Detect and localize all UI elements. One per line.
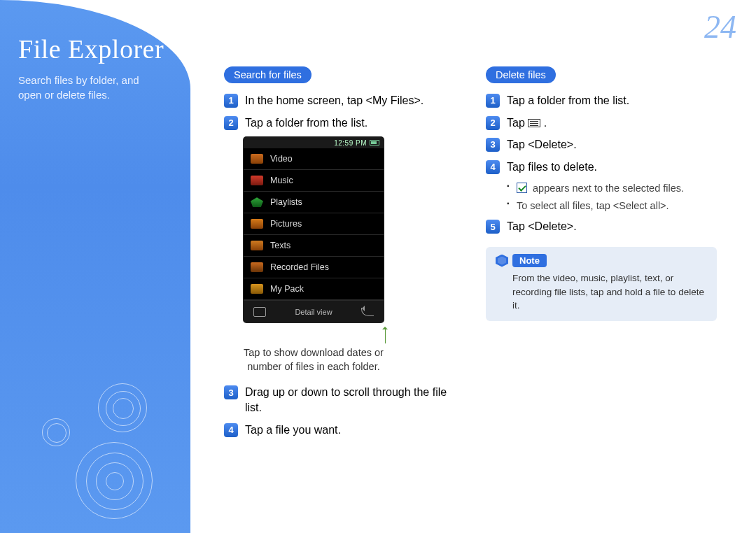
step-text: Tap a folder from the list.	[245, 115, 368, 131]
screenshot-caption: Tap to show download dates or number of …	[237, 346, 391, 374]
detail-view-button[interactable]: Detail view	[295, 308, 332, 316]
note-box: Note From the video, music, playlist, te…	[486, 247, 717, 321]
list-item[interactable]: Texts	[244, 235, 384, 257]
step-number-icon: 1	[224, 94, 238, 108]
menu-icon[interactable]	[253, 307, 266, 317]
note-text: From the video, music, playlist, text, o…	[496, 271, 707, 313]
folder-label: Video	[270, 154, 293, 164]
step-number-icon: 2	[486, 116, 500, 130]
step-number-icon: 3	[486, 138, 500, 152]
step-number-icon: 4	[486, 160, 500, 174]
note-label: Note	[512, 254, 547, 267]
folder-label: Playlists	[270, 197, 302, 207]
folder-icon	[251, 241, 263, 250]
battery-icon	[370, 140, 379, 145]
search-for-files-section: Search for files 1 In the home screen, t…	[224, 66, 462, 526]
step-1: 1 Tap a folder from the list.	[486, 93, 724, 108]
bullet: To select all files, tap <Select all>.	[507, 199, 724, 213]
folder-icon	[251, 284, 263, 294]
step-text: Tap <Delete>.	[507, 137, 577, 152]
step-text: Tap .	[507, 115, 547, 131]
text: appears next to the selected files.	[530, 183, 684, 194]
list-item[interactable]: Playlists	[244, 192, 384, 213]
step-4: 4 Tap files to delete.	[486, 159, 724, 175]
folder-label: My Pack	[270, 284, 304, 294]
folder-label: Recorded Files	[270, 262, 329, 272]
step-1: 1 In the home screen, tap <My Files>.	[224, 93, 462, 108]
decoration-circle	[98, 383, 147, 432]
decoration-circle	[76, 442, 153, 519]
step-text: Drag up or down to scroll through the fi…	[245, 385, 462, 415]
folder-icon	[251, 262, 263, 272]
folder-icon	[251, 219, 263, 229]
list-item[interactable]: My Pack	[244, 278, 384, 300]
step-number-icon: 3	[224, 385, 238, 399]
home-screen-link[interactable]: home screen	[276, 94, 341, 106]
status-time: 12:59 PM	[334, 139, 367, 147]
note-header: Note	[496, 254, 707, 267]
callout-arrow	[308, 324, 462, 343]
folder-icon	[251, 176, 263, 185]
step-3: 3 Drag up or down to scroll through the …	[224, 385, 462, 415]
list-item[interactable]: Pictures	[244, 213, 384, 235]
folder-icon	[251, 197, 263, 207]
folder-icon	[251, 154, 263, 164]
step-5: 5 Tap <Delete>.	[486, 219, 724, 234]
text: Tap	[507, 117, 528, 129]
sub-bullets: appears next to the selected files. To s…	[507, 181, 724, 213]
back-icon[interactable]	[361, 308, 374, 316]
decoration-circle	[42, 418, 70, 446]
step-3: 3 Tap <Delete>.	[486, 137, 724, 152]
folder-label: Music	[270, 176, 293, 185]
section-heading-search: Search for files	[224, 66, 312, 83]
step-text: In the home screen, tap <My Files>.	[245, 93, 424, 108]
list-item[interactable]: Recorded Files	[244, 257, 384, 278]
text: , tap <My Files>.	[341, 94, 424, 106]
step-text: Tap a folder from the list.	[507, 93, 629, 108]
list-item[interactable]: Video	[244, 148, 384, 170]
step-number-icon: 4	[224, 423, 238, 437]
bottom-bar: Detail view	[244, 300, 384, 322]
section-heading-delete: Delete files	[486, 66, 556, 83]
step-2: 2 Tap .	[486, 115, 724, 131]
step-number-icon: 1	[486, 94, 500, 108]
page-number: 24	[704, 8, 736, 45]
step-2: 2 Tap a folder from the list.	[224, 115, 462, 131]
note-icon	[496, 255, 508, 267]
step-4: 4 Tap a file you want.	[224, 422, 462, 438]
page-subtitle: Search files by folder, and open or dele…	[18, 73, 165, 102]
bullet: appears next to the selected files.	[507, 181, 724, 196]
checkmark-icon	[517, 183, 527, 193]
folder-label: Texts	[270, 241, 290, 250]
main-content: Search for files 1 In the home screen, t…	[224, 66, 742, 526]
delete-files-section: Delete files 1 Tap a folder from the lis…	[486, 66, 724, 526]
step-text: Tap <Delete>.	[507, 219, 577, 234]
menu-icon	[528, 119, 540, 127]
sidebar: File Explorer Search files by folder, an…	[0, 0, 190, 533]
device-screenshot: 12:59 PM Video Music Playlists Pictures …	[244, 137, 384, 322]
list-item[interactable]: Music	[244, 170, 384, 192]
status-bar: 12:59 PM	[244, 137, 384, 148]
page-title: File Explorer	[18, 34, 175, 64]
text: In the	[245, 94, 276, 106]
step-number-icon: 5	[486, 220, 500, 234]
step-number-icon: 2	[224, 116, 238, 130]
text: .	[540, 117, 547, 129]
step-text: Tap files to delete.	[507, 159, 597, 175]
folder-label: Pictures	[270, 219, 302, 229]
step-text: Tap a file you want.	[245, 422, 341, 438]
